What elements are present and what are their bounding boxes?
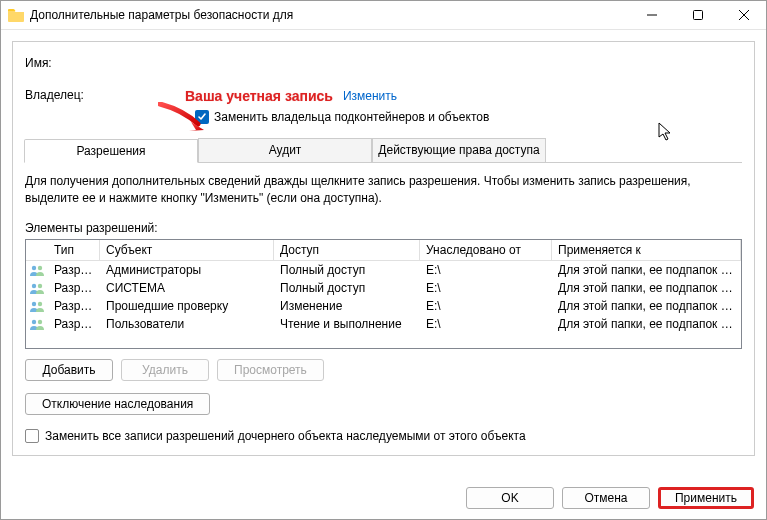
cell-inherited: E:\	[420, 280, 552, 296]
cell-type: Разр…	[48, 316, 100, 332]
ok-button[interactable]: OK	[466, 487, 554, 509]
disable-inheritance-button[interactable]: Отключение наследования	[25, 393, 210, 415]
replace-all-row: Заменить все записи разрешений дочернего…	[25, 429, 742, 443]
users-icon	[26, 264, 48, 276]
svg-point-1	[32, 265, 36, 269]
svg-point-7	[32, 319, 36, 323]
remove-button[interactable]: Удалить	[121, 359, 209, 381]
close-button[interactable]	[721, 0, 767, 30]
name-label: Имя:	[25, 56, 185, 70]
table-row[interactable]: Разр…АдминистраторыПолный доступE:\Для э…	[26, 261, 741, 279]
cell-subject: Пользователи	[100, 316, 274, 332]
maximize-button[interactable]	[675, 0, 721, 30]
cell-type: Разр…	[48, 262, 100, 278]
users-icon	[26, 282, 48, 294]
svg-rect-0	[694, 10, 703, 19]
inheritance-row: Отключение наследования	[25, 393, 742, 415]
replace-all-label: Заменить все записи разрешений дочернего…	[45, 429, 526, 443]
titlebar: Дополнительные параметры безопасности дл…	[0, 0, 767, 30]
window-title: Дополнительные параметры безопасности дл…	[30, 8, 629, 22]
cell-inherited: E:\	[420, 262, 552, 278]
table-row[interactable]: Разр…ПользователиЧтение и выполнениеE:\Д…	[26, 315, 741, 333]
name-row: Имя:	[25, 56, 742, 70]
col-subject[interactable]: Субъект	[100, 240, 274, 260]
replace-owner-row: Заменить владельца подконтейнеров и объе…	[195, 110, 742, 124]
minimize-button[interactable]	[629, 0, 675, 30]
cell-applies: Для этой папки, ее подпапок …	[552, 280, 741, 296]
cancel-button[interactable]: Отмена	[562, 487, 650, 509]
cell-access: Полный доступ	[274, 280, 420, 296]
folder-icon	[8, 8, 24, 22]
tabs: Разрешения Аудит Действующие права досту…	[24, 138, 742, 163]
cell-applies: Для этой папки, ее подпапок …	[552, 316, 741, 332]
owner-label: Владелец:	[25, 88, 185, 102]
col-access[interactable]: Доступ	[274, 240, 420, 260]
cell-subject: Администраторы	[100, 262, 274, 278]
svg-point-6	[38, 301, 42, 305]
cell-subject: Прошедшие проверку	[100, 298, 274, 314]
main-panel: Имя: Владелец: Ваша учетная запись Измен…	[12, 41, 755, 456]
cell-inherited: E:\	[420, 298, 552, 314]
owner-name: Ваша учетная запись	[185, 88, 333, 104]
cell-inherited: E:\	[420, 316, 552, 332]
cell-type: Разр…	[48, 280, 100, 296]
col-applies[interactable]: Применяется к	[552, 240, 741, 260]
replace-owner-checkbox[interactable]	[195, 110, 209, 124]
change-owner-link[interactable]: Изменить	[343, 89, 397, 103]
cell-applies: Для этой папки, ее подпапок …	[552, 298, 741, 314]
table-actions: Добавить Удалить Просмотреть	[25, 359, 742, 381]
col-inherited[interactable]: Унаследовано от	[420, 240, 552, 260]
permissions-header: Тип Субъект Доступ Унаследовано от Приме…	[26, 240, 741, 261]
permissions-label: Элементы разрешений:	[25, 221, 742, 235]
owner-row: Владелец: Ваша учетная запись Изменить	[25, 88, 742, 104]
svg-point-5	[32, 301, 36, 305]
cell-access: Полный доступ	[274, 262, 420, 278]
svg-point-4	[38, 283, 42, 287]
replace-all-checkbox[interactable]	[25, 429, 39, 443]
col-type[interactable]: Тип	[48, 240, 100, 260]
description-text: Для получения дополнительных сведений дв…	[25, 173, 742, 207]
cell-applies: Для этой папки, ее подпапок …	[552, 262, 741, 278]
window-controls	[629, 0, 767, 30]
table-row[interactable]: Разр…СИСТЕМАПолный доступE:\Для этой пап…	[26, 279, 741, 297]
dialog-buttons: OK Отмена Применить	[466, 487, 754, 509]
cell-subject: СИСТЕМА	[100, 280, 274, 296]
cell-access: Изменение	[274, 298, 420, 314]
tab-audit[interactable]: Аудит	[198, 138, 372, 162]
users-icon	[26, 300, 48, 312]
table-row[interactable]: Разр…Прошедшие проверкуИзменениеE:\Для э…	[26, 297, 741, 315]
tab-effective-access[interactable]: Действующие права доступа	[372, 138, 546, 162]
svg-point-3	[32, 283, 36, 287]
add-button[interactable]: Добавить	[25, 359, 113, 381]
tab-permissions[interactable]: Разрешения	[24, 139, 198, 163]
cell-access: Чтение и выполнение	[274, 316, 420, 332]
apply-button[interactable]: Применить	[658, 487, 754, 509]
svg-point-2	[38, 265, 42, 269]
view-button[interactable]: Просмотреть	[217, 359, 324, 381]
permissions-table: Тип Субъект Доступ Унаследовано от Приме…	[25, 239, 742, 349]
users-icon	[26, 318, 48, 330]
svg-point-8	[38, 319, 42, 323]
cell-type: Разр…	[48, 298, 100, 314]
replace-owner-label: Заменить владельца подконтейнеров и объе…	[214, 110, 489, 124]
